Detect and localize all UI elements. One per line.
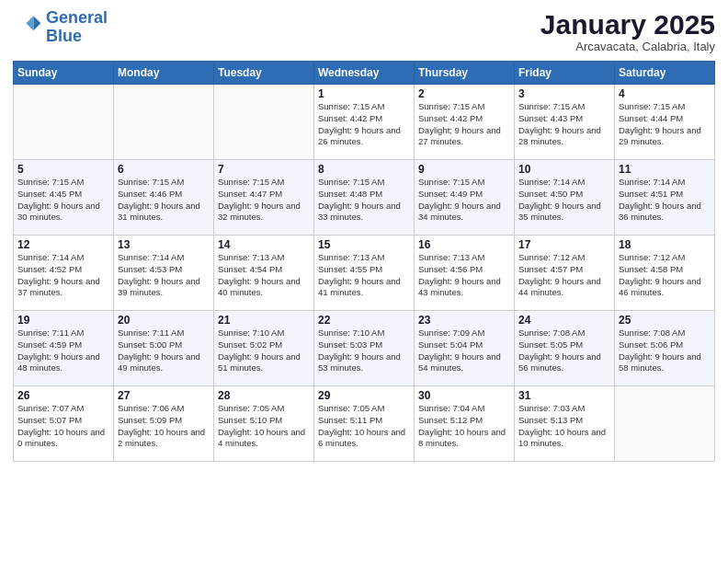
- day-info: Sunrise: 7:14 AMSunset: 4:53 PMDaylight:…: [118, 252, 210, 299]
- day-number: 2: [418, 87, 510, 100]
- day-number: 13: [118, 238, 210, 251]
- day-info: Sunrise: 7:15 AMSunset: 4:42 PMDaylight:…: [318, 101, 410, 148]
- day-info: Sunrise: 7:15 AMSunset: 4:44 PMDaylight:…: [619, 101, 711, 148]
- day-cell: 12Sunrise: 7:14 AMSunset: 4:52 PMDayligh…: [14, 236, 114, 311]
- day-number: 27: [118, 389, 210, 402]
- day-number: 14: [218, 238, 310, 251]
- day-info: Sunrise: 7:15 AMSunset: 4:43 PMDaylight:…: [518, 101, 610, 148]
- title-block: January 2025 Arcavacata, Calabria, Italy: [540, 9, 715, 53]
- day-number: 25: [619, 314, 711, 327]
- day-number: 6: [118, 163, 210, 176]
- svg-marker-1: [26, 16, 33, 30]
- day-cell: 29Sunrise: 7:05 AMSunset: 5:11 PMDayligh…: [314, 386, 415, 462]
- day-number: 8: [318, 163, 410, 176]
- logo-line1: General: [46, 8, 108, 27]
- day-number: 22: [318, 314, 410, 327]
- day-cell: 10Sunrise: 7:14 AMSunset: 4:50 PMDayligh…: [515, 160, 615, 236]
- page: General Blue January 2025 Arcavacata, Ca…: [0, 0, 728, 563]
- day-info: Sunrise: 7:15 AMSunset: 4:49 PMDaylight:…: [418, 177, 510, 224]
- day-number: 4: [619, 87, 711, 100]
- weekday-header-sunday: Sunday: [14, 62, 114, 85]
- day-number: 9: [418, 163, 510, 176]
- day-cell: 11Sunrise: 7:14 AMSunset: 4:51 PMDayligh…: [615, 160, 715, 236]
- day-number: 26: [17, 389, 109, 402]
- day-info: Sunrise: 7:13 AMSunset: 4:54 PMDaylight:…: [218, 252, 310, 299]
- day-cell: 7Sunrise: 7:15 AMSunset: 4:47 PMDaylight…: [214, 160, 314, 236]
- day-info: Sunrise: 7:14 AMSunset: 4:51 PMDaylight:…: [619, 177, 711, 224]
- day-cell: 26Sunrise: 7:07 AMSunset: 5:07 PMDayligh…: [14, 386, 114, 462]
- day-cell: 8Sunrise: 7:15 AMSunset: 4:48 PMDaylight…: [314, 160, 415, 236]
- day-cell: 20Sunrise: 7:11 AMSunset: 5:00 PMDayligh…: [114, 311, 214, 386]
- week-row-4: 19Sunrise: 7:11 AMSunset: 4:59 PMDayligh…: [14, 311, 715, 386]
- day-number: 12: [17, 238, 109, 251]
- day-info: Sunrise: 7:11 AMSunset: 5:00 PMDaylight:…: [118, 327, 210, 374]
- day-info: Sunrise: 7:14 AMSunset: 4:50 PMDaylight:…: [518, 177, 610, 224]
- day-number: 31: [518, 389, 610, 402]
- day-number: 10: [518, 163, 610, 176]
- day-info: Sunrise: 7:06 AMSunset: 5:09 PMDaylight:…: [118, 403, 210, 450]
- day-info: Sunrise: 7:04 AMSunset: 5:12 PMDaylight:…: [418, 403, 510, 450]
- day-cell: 28Sunrise: 7:05 AMSunset: 5:10 PMDayligh…: [214, 386, 314, 462]
- day-cell: [214, 85, 314, 160]
- day-info: Sunrise: 7:08 AMSunset: 5:05 PMDaylight:…: [518, 327, 610, 374]
- day-number: 17: [518, 238, 610, 251]
- day-cell: 31Sunrise: 7:03 AMSunset: 5:13 PMDayligh…: [515, 386, 615, 462]
- calendar-table: SundayMondayTuesdayWednesdayThursdayFrid…: [13, 61, 715, 462]
- day-info: Sunrise: 7:09 AMSunset: 5:04 PMDaylight:…: [418, 327, 510, 374]
- day-cell: 23Sunrise: 7:09 AMSunset: 5:04 PMDayligh…: [415, 311, 515, 386]
- day-number: 28: [218, 389, 310, 402]
- weekday-header-saturday: Saturday: [615, 62, 715, 85]
- day-cell: 16Sunrise: 7:13 AMSunset: 4:56 PMDayligh…: [415, 236, 515, 311]
- day-number: 29: [318, 389, 410, 402]
- day-cell: 15Sunrise: 7:13 AMSunset: 4:55 PMDayligh…: [314, 236, 415, 311]
- day-number: 11: [619, 163, 711, 176]
- week-row-1: 1Sunrise: 7:15 AMSunset: 4:42 PMDaylight…: [14, 85, 715, 160]
- day-number: 21: [218, 314, 310, 327]
- day-number: 5: [17, 163, 109, 176]
- day-cell: 14Sunrise: 7:13 AMSunset: 4:54 PMDayligh…: [214, 236, 314, 311]
- weekday-header-tuesday: Tuesday: [214, 62, 314, 85]
- day-cell: 2Sunrise: 7:15 AMSunset: 4:42 PMDaylight…: [415, 85, 515, 160]
- day-number: 18: [619, 238, 711, 251]
- weekday-header-monday: Monday: [114, 62, 214, 85]
- day-cell: 5Sunrise: 7:15 AMSunset: 4:45 PMDaylight…: [14, 160, 114, 236]
- svg-marker-0: [33, 16, 40, 30]
- day-number: 7: [218, 163, 310, 176]
- day-info: Sunrise: 7:15 AMSunset: 4:48 PMDaylight:…: [318, 177, 410, 224]
- day-cell: 19Sunrise: 7:11 AMSunset: 4:59 PMDayligh…: [14, 311, 114, 386]
- day-cell: 3Sunrise: 7:15 AMSunset: 4:43 PMDaylight…: [515, 85, 615, 160]
- day-info: Sunrise: 7:05 AMSunset: 5:11 PMDaylight:…: [318, 403, 410, 450]
- day-cell: 22Sunrise: 7:10 AMSunset: 5:03 PMDayligh…: [314, 311, 415, 386]
- day-cell: 25Sunrise: 7:08 AMSunset: 5:06 PMDayligh…: [615, 311, 715, 386]
- day-info: Sunrise: 7:11 AMSunset: 4:59 PMDaylight:…: [17, 327, 109, 374]
- day-info: Sunrise: 7:08 AMSunset: 5:06 PMDaylight:…: [619, 327, 711, 374]
- logo-line2: Blue: [46, 27, 82, 45]
- weekday-header-row: SundayMondayTuesdayWednesdayThursdayFrid…: [14, 62, 715, 85]
- day-cell: 24Sunrise: 7:08 AMSunset: 5:05 PMDayligh…: [515, 311, 615, 386]
- day-cell: 13Sunrise: 7:14 AMSunset: 4:53 PMDayligh…: [114, 236, 214, 311]
- weekday-header-thursday: Thursday: [415, 62, 515, 85]
- day-info: Sunrise: 7:15 AMSunset: 4:46 PMDaylight:…: [118, 177, 210, 224]
- location-subtitle: Arcavacata, Calabria, Italy: [540, 40, 715, 53]
- day-info: Sunrise: 7:10 AMSunset: 5:03 PMDaylight:…: [318, 327, 410, 374]
- day-info: Sunrise: 7:07 AMSunset: 5:07 PMDaylight:…: [17, 403, 109, 450]
- day-info: Sunrise: 7:13 AMSunset: 4:56 PMDaylight:…: [418, 252, 510, 299]
- day-cell: [615, 386, 715, 462]
- logo-text: General Blue: [46, 9, 108, 46]
- week-row-5: 26Sunrise: 7:07 AMSunset: 5:07 PMDayligh…: [14, 386, 715, 462]
- day-cell: 17Sunrise: 7:12 AMSunset: 4:57 PMDayligh…: [515, 236, 615, 311]
- weekday-header-friday: Friday: [515, 62, 615, 85]
- month-title: January 2025: [540, 9, 715, 40]
- day-info: Sunrise: 7:13 AMSunset: 4:55 PMDaylight:…: [318, 252, 410, 299]
- day-info: Sunrise: 7:15 AMSunset: 4:47 PMDaylight:…: [218, 177, 310, 224]
- weekday-header-wednesday: Wednesday: [314, 62, 415, 85]
- day-cell: 18Sunrise: 7:12 AMSunset: 4:58 PMDayligh…: [615, 236, 715, 311]
- header: General Blue January 2025 Arcavacata, Ca…: [13, 9, 715, 53]
- day-number: 30: [418, 389, 510, 402]
- day-number: 23: [418, 314, 510, 327]
- day-cell: 6Sunrise: 7:15 AMSunset: 4:46 PMDaylight…: [114, 160, 214, 236]
- day-number: 1: [318, 87, 410, 100]
- day-number: 20: [118, 314, 210, 327]
- day-cell: 21Sunrise: 7:10 AMSunset: 5:02 PMDayligh…: [214, 311, 314, 386]
- logo: General Blue: [13, 9, 108, 46]
